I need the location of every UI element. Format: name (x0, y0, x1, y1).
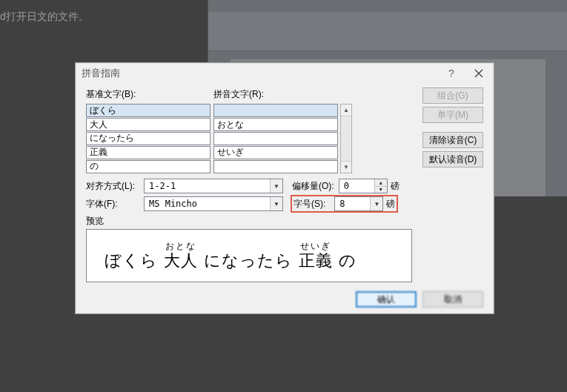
preview-base: 正義 (299, 251, 333, 270)
base-cell[interactable]: の (86, 160, 210, 173)
size-combo[interactable]: 8 ▼ (334, 196, 383, 211)
ruby-cell[interactable] (213, 160, 338, 173)
help-button[interactable]: ? (439, 64, 464, 82)
base-cell[interactable]: 大人 (86, 118, 210, 131)
table-row: 大人おとな (86, 118, 340, 132)
dialog-titlebar: 拼音指南 ? (76, 63, 494, 84)
clear-readings-button[interactable]: 清除读音(C) (422, 132, 483, 148)
default-readings-button[interactable]: 默认读音(D) (422, 151, 483, 167)
ruby-cell[interactable]: おとな (213, 118, 338, 131)
preview-label: 预览 (86, 215, 412, 227)
alignment-value: 1-2-1 (145, 181, 270, 191)
chevron-down-icon: ▼ (370, 197, 382, 210)
phonetic-guide-dialog: 拼音指南 ? 基准文字(B): 拼音文字(R): ぼくら 大人おとな になったら… (75, 62, 494, 314)
preview-base: ぼくら (105, 251, 158, 270)
base-cell[interactable]: ぼくら (86, 104, 210, 117)
dialog-title: 拼音指南 (82, 67, 120, 80)
scroll-up-icon[interactable]: ▲ (341, 104, 351, 116)
cancel-button[interactable]: 取消 (422, 291, 483, 308)
ruby-cell[interactable]: せいぎ (213, 146, 338, 159)
offset-label: 偏移量(O): (292, 180, 334, 193)
ruby-cell[interactable] (213, 104, 338, 117)
table-row: 正義せいぎ (86, 145, 340, 159)
table-scrollbar[interactable]: ▲ ▼ (340, 104, 352, 173)
spin-down-icon[interactable]: ▼ (375, 187, 387, 193)
close-icon (474, 69, 483, 78)
close-button[interactable] (464, 64, 494, 82)
phonetic-table: ぼくら 大人おとな になったら 正義せいぎ の (86, 104, 340, 173)
base-cell[interactable]: 正義 (86, 146, 210, 159)
preview-base: になったら (204, 251, 293, 270)
preview-ruby: おとな (165, 241, 196, 251)
base-cell[interactable]: になったら (86, 132, 210, 145)
alignment-label: 对齐方式(L): (86, 180, 144, 193)
ok-button[interactable]: 确认 (356, 291, 417, 308)
font-label: 字体(F): (86, 198, 144, 210)
preview-ruby: せいぎ (300, 241, 331, 251)
alignment-combo[interactable]: 1-2-1 ▼ (144, 179, 283, 193)
font-combo[interactable]: MS Mincho ▼ (144, 196, 283, 211)
group-button[interactable]: 组合(G) (422, 87, 483, 104)
single-button[interactable]: 单字(M) (422, 107, 483, 123)
scroll-down-icon[interactable]: ▼ (341, 161, 351, 173)
offset-value: 0 (339, 181, 374, 191)
base-text-label: 基准文字(B): (86, 88, 213, 101)
size-value: 8 (335, 199, 370, 209)
chevron-down-icon: ▼ (270, 179, 282, 193)
table-row: ぼくら (86, 104, 340, 118)
offset-spinner[interactable]: 0 ▲▼ (339, 179, 388, 193)
chevron-down-icon: ▼ (270, 197, 282, 210)
preview-box: ぼくら おとな大人 になったら せいぎ正義 の (86, 229, 412, 282)
table-row: になったら (86, 132, 340, 146)
font-value: MS Mincho (145, 199, 270, 209)
background-text: d打开日文的文件。 (0, 10, 89, 24)
spin-up-icon[interactable]: ▲ (375, 179, 387, 187)
size-label: 字号(S): (294, 198, 325, 210)
preview-base: 大人 (164, 251, 198, 270)
ruby-cell[interactable] (213, 132, 338, 145)
table-row: の (86, 159, 340, 173)
size-highlight-box: 字号(S): 8 ▼ 磅 (291, 195, 398, 213)
offset-unit: 磅 (391, 180, 399, 193)
size-unit: 磅 (386, 198, 395, 210)
preview-base: の (339, 251, 357, 270)
ruby-text-label: 拼音文字(R): (213, 88, 264, 101)
